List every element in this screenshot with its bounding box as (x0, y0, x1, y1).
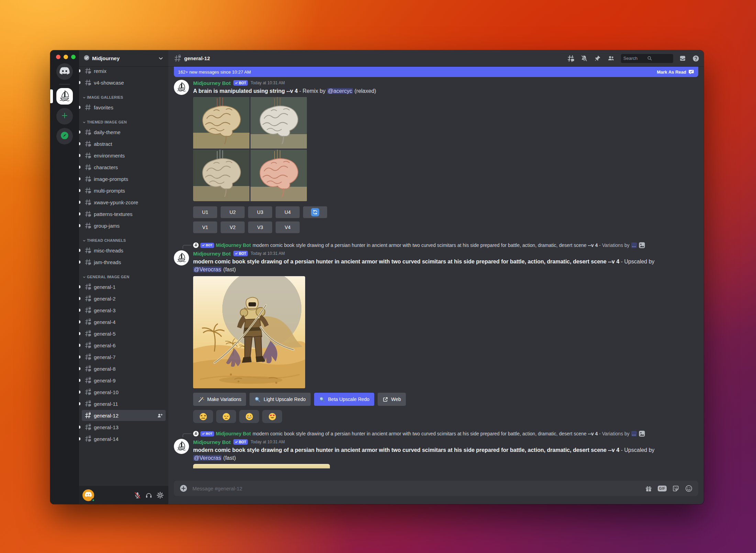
channel-item-general-4[interactable]: general-4 (82, 316, 166, 327)
channel-item-patterns-textures[interactable]: patterns-textures (82, 208, 166, 219)
channel-item-general-8[interactable]: general-8 (82, 363, 166, 374)
beta-upscale-redo-button[interactable]: Beta Upscale Redo (314, 393, 375, 406)
hash-lock-bubble-icon (85, 295, 91, 302)
upscale-button-u1[interactable]: U1 (193, 206, 217, 218)
upscale-button-u4[interactable]: U4 (276, 206, 300, 218)
channel-item-favorites[interactable]: favorites (82, 102, 166, 113)
add-server-button[interactable] (56, 108, 73, 124)
channel-item-characters[interactable]: characters (82, 162, 166, 173)
upscale-button-u2[interactable]: U2 (221, 206, 245, 218)
channel-item-general-12[interactable]: general-12 (82, 410, 166, 421)
reply-author-name[interactable]: Midjourney Bot (216, 431, 251, 436)
inbox-icon[interactable] (679, 55, 686, 62)
sticker-icon[interactable] (672, 485, 680, 492)
channel-item-general-2[interactable]: general-2 (82, 293, 166, 304)
minimize-window-button[interactable] (64, 55, 68, 59)
member-list-icon[interactable] (607, 55, 615, 62)
section-header-image-galleries[interactable]: IMAGE GALLERIES (82, 94, 166, 101)
variation-button-v1[interactable]: V1 (193, 221, 217, 233)
user-mention[interactable]: @Verocras (193, 455, 222, 461)
channel-item-abstract[interactable]: abstract (82, 138, 166, 149)
channel-item-general-1[interactable]: general-1 (82, 281, 166, 292)
channel-item-general-14[interactable]: general-14 (82, 433, 166, 444)
persian-hunter-image-attachment[interactable] (193, 276, 305, 388)
upscale-button-u3[interactable]: U3 (248, 206, 272, 218)
variation-button-v3[interactable]: V3 (248, 221, 272, 233)
channel-item-xwave-ypunk-zcore[interactable]: xwave-ypunk-zcore (82, 197, 166, 208)
channel-item-remix[interactable]: remix (82, 67, 166, 76)
reaction-confounded-face-emoji[interactable] (193, 410, 213, 423)
channel-item-general-3[interactable]: general-3 (82, 305, 166, 316)
microphone-muted-icon[interactable] (132, 490, 143, 501)
headphones-icon[interactable] (143, 490, 154, 501)
message-input[interactable]: Message #general-12 (192, 486, 640, 491)
reply-reference-bar[interactable]: BOT Midjourney Bot modern comic book sty… (174, 430, 698, 437)
midjourney-bot-avatar[interactable] (174, 439, 189, 454)
user-mention[interactable]: @acercyc (327, 88, 353, 94)
close-window-button[interactable] (56, 55, 60, 59)
author-name[interactable]: Midjourney Bot (193, 251, 231, 257)
channel-item-image-prompts[interactable]: image-prompts (82, 173, 166, 184)
threads-icon[interactable] (567, 55, 575, 62)
reply-reference-bar[interactable]: BOT Midjourney Bot modern comic book sty… (174, 241, 698, 249)
channel-item-general-10[interactable]: general-10 (82, 387, 166, 398)
channel-item-daily-theme[interactable]: daily-theme (82, 127, 166, 138)
user-avatar[interactable] (82, 489, 94, 501)
section-header-thread-channels[interactable]: THREAD CHANNELS (82, 237, 166, 244)
web-button[interactable]: Web (378, 393, 406, 406)
gif-picker-icon[interactable]: GIF (658, 486, 667, 491)
channel-item-general-11[interactable]: general-11 (82, 398, 166, 409)
make-variations-button[interactable]: Make Variations (193, 393, 246, 406)
channel-item-v4-showcase[interactable]: v4-showcase (82, 77, 166, 88)
settings-gear-icon[interactable] (154, 490, 166, 501)
channel-item-misc-threads[interactable]: misc-threads (82, 245, 166, 256)
invite-people-icon[interactable] (157, 413, 163, 419)
reaction-grinning-face-emoji[interactable] (239, 410, 259, 423)
truncated-mention[interactable]: ... (631, 431, 637, 436)
channel-item-general-9[interactable]: general-9 (82, 375, 166, 386)
reply-author-name[interactable]: Midjourney Bot (216, 242, 251, 248)
channel-item-jam-threads[interactable]: jam-threads (82, 257, 166, 268)
midjourney-bot-avatar[interactable] (174, 250, 189, 265)
channel-item-general-7[interactable]: general-7 (82, 351, 166, 362)
section-header-general-image-gen[interactable]: GENERAL IMAGE GEN (82, 273, 166, 281)
mark-as-read-button[interactable]: Mark As Read (657, 69, 694, 75)
variation-button-v4[interactable]: V4 (276, 221, 300, 233)
new-messages-banner[interactable]: 162+ new messages since 10:27 AM Mark As… (174, 67, 698, 77)
channel-item-group-jams[interactable]: group-jams (82, 220, 166, 231)
channel-item-general-13[interactable]: general-13 (82, 422, 166, 433)
search-input[interactable]: Search (621, 54, 673, 63)
help-icon[interactable] (692, 55, 700, 62)
author-name[interactable]: Midjourney Bot (193, 439, 231, 445)
brain-image-grid-attachment[interactable] (193, 97, 307, 201)
reroll-button[interactable] (303, 206, 327, 218)
light-upscale-redo-button[interactable]: Light Upscale Redo (249, 393, 310, 406)
channel-item-multi-prompts[interactable]: multi-prompts (82, 185, 166, 196)
channel-item-general-5[interactable]: general-5 (82, 328, 166, 339)
message-composer[interactable]: Message #general-12 GIF (174, 481, 698, 496)
discord-home-button[interactable] (56, 63, 73, 80)
image-attachment-icon[interactable] (638, 242, 645, 249)
explore-servers-button[interactable] (56, 128, 73, 144)
midjourney-server-button[interactable] (56, 88, 73, 105)
section-header-themed-image-gen[interactable]: THEMED IMAGE GEN (82, 118, 166, 126)
reaction-pensive-face-emoji[interactable] (216, 410, 236, 423)
truncated-mention[interactable]: ... (631, 242, 637, 248)
channel-name: daily-theme (94, 129, 163, 135)
zoom-window-button[interactable] (71, 55, 76, 59)
server-header-dropdown[interactable]: Midjourney (79, 50, 168, 67)
add-attachment-icon[interactable] (179, 484, 188, 492)
channel-item-general-6[interactable]: general-6 (82, 340, 166, 351)
image-attachment-icon[interactable] (638, 430, 645, 437)
gift-icon[interactable] (645, 485, 653, 492)
author-name[interactable]: Midjourney Bot (193, 80, 231, 86)
user-mention[interactable]: @Verocras (193, 267, 222, 272)
variation-button-v2[interactable]: V2 (221, 221, 245, 233)
pinned-messages-icon[interactable] (594, 55, 601, 62)
emoji-picker-icon[interactable] (685, 485, 693, 492)
channel-item-environments[interactable]: environments (82, 150, 166, 161)
reaction-heart-eyes-face-emoji[interactable] (262, 410, 282, 423)
notifications-muted-bell-icon[interactable] (580, 55, 588, 62)
partially-visible-image-attachment[interactable] (193, 464, 330, 468)
midjourney-bot-avatar[interactable] (174, 80, 189, 95)
